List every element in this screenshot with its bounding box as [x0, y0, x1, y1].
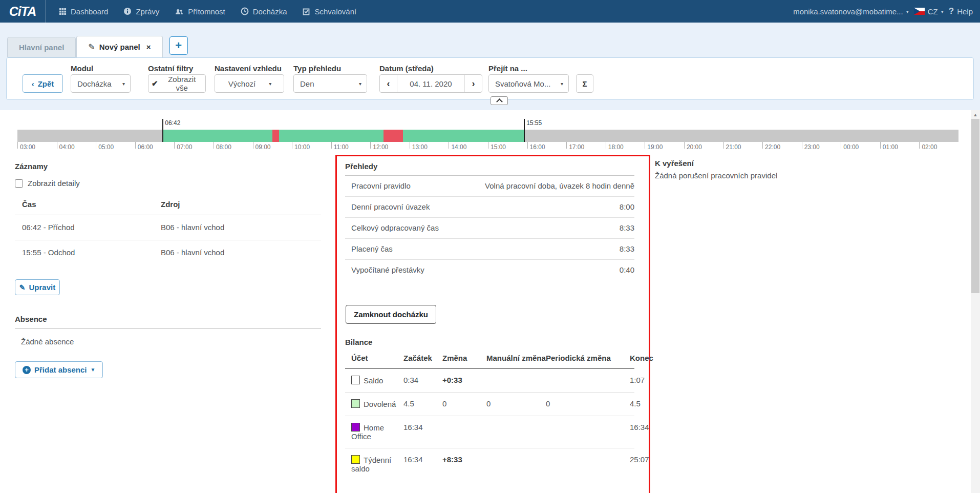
main-content: 06:4215:55 03:0004:0005:0006:0007:0008:0…	[0, 110, 971, 493]
add-tab-button[interactable]: +	[169, 36, 188, 55]
nav-item-docházka[interactable]: Docházka	[241, 7, 287, 16]
timeline-marker-label: 15:55	[526, 119, 542, 127]
app-logo[interactable]: CiTA	[0, 0, 45, 23]
lock-attendance-button[interactable]: Zamknout docházku	[346, 305, 436, 324]
view-type-select[interactable]: Den ▾	[293, 74, 367, 93]
overview-label: Vypočítané přestávky	[351, 265, 424, 274]
language-menu[interactable]: CZ ▾	[914, 7, 944, 16]
show-details-row: Zobrazit detaily	[15, 179, 321, 188]
records-header: Čas Zdroj	[15, 200, 321, 215]
timeline-bar	[17, 130, 958, 142]
nav-item-label: Dashboard	[71, 7, 108, 16]
hour-label: 17:00	[569, 143, 584, 151]
balance-column-header: Začátek	[403, 354, 435, 362]
goto-label: Přejít na ...	[488, 64, 527, 73]
timeline-axis: 03:0004:0005:0006:0007:0008:0009:0010:00…	[17, 142, 958, 155]
modul-label: Modul	[71, 64, 93, 73]
record-row: 15:55 - OdchodB06 - hlavní vchod	[15, 240, 321, 265]
show-details-checkbox[interactable]	[15, 179, 23, 188]
balance-account: Dovolená	[351, 399, 396, 408]
timeline-marker	[524, 119, 525, 142]
tab-novy-panel[interactable]: ✎ Nový panel ×	[76, 36, 162, 57]
issues-column: K vyřešení Žádná porušení pracovních pra…	[655, 159, 839, 180]
nav-item-přítomnost[interactable]: Přítomnost	[175, 7, 225, 16]
tab-label: Hlavní panel	[19, 43, 64, 52]
goto-person-select[interactable]: Svatoňová Mo... ▾	[488, 74, 569, 93]
show-all-button[interactable]: ✔ Zobrazit vše	[148, 74, 206, 93]
next-day-button[interactable]: ›	[465, 75, 482, 92]
balance-end: 1:07	[630, 376, 645, 384]
add-absence-button[interactable]: + Přidat absenci ▼	[15, 361, 103, 378]
hour-tick	[880, 142, 881, 149]
vertical-scrollbar[interactable]: ▲	[971, 110, 980, 493]
back-button[interactable]: ‹ Zpět	[23, 74, 63, 93]
sum-button[interactable]: Σ	[576, 74, 593, 93]
chevron-down-icon: ▾	[941, 9, 944, 14]
hour-label: 03:00	[20, 143, 35, 151]
account-color-swatch	[351, 376, 360, 384]
hour-tick	[566, 142, 567, 149]
collapse-toolbar-button[interactable]	[491, 96, 508, 105]
hour-label: 16:00	[530, 143, 545, 151]
close-tab-icon[interactable]: ×	[146, 43, 151, 51]
tab-hlavni-panel[interactable]: Hlavní panel	[7, 37, 76, 57]
hour-tick	[919, 142, 920, 149]
chevron-up-icon	[496, 98, 503, 105]
hour-label: 23:00	[804, 143, 820, 151]
timeline: 06:4215:55 03:0004:0005:0006:0007:0008:0…	[17, 119, 958, 156]
hour-label: 14:00	[451, 143, 466, 151]
overview-value: Volná pracovní doba, úvazek 8 hodin denn…	[485, 181, 634, 190]
timeline-marker-label: 06:42	[165, 119, 180, 127]
nav-item-label: Docházka	[253, 7, 287, 16]
balance-header: ÚčetZačátekZměnaManuální změnaPeriodická…	[345, 354, 634, 369]
edit-button[interactable]: ✎ Upravit	[15, 279, 60, 295]
record-source: B06 - hlavní vchod	[161, 223, 321, 232]
modul-select[interactable]: Docházka ▾	[71, 74, 131, 93]
records-column: Záznamy Zobrazit detaily Čas Zdroj 06:42…	[15, 162, 321, 378]
hour-tick	[370, 142, 371, 149]
overview-row: Vypočítané přestávky0:40	[345, 259, 634, 280]
hour-label: 21:00	[726, 143, 741, 151]
balance-account: Home Office	[351, 423, 396, 441]
user-menu[interactable]: monika.svatonova@mobatime... ▾	[793, 7, 909, 16]
prev-day-button[interactable]: ‹	[380, 75, 397, 92]
nav-item-zprávy[interactable]: Zprávy	[123, 7, 159, 16]
appearance-select[interactable]: Výchozí ▾	[215, 74, 284, 93]
hour-tick	[449, 142, 449, 149]
account-color-swatch	[351, 423, 360, 432]
overview-label: Celkový odpracovaný čas	[351, 223, 439, 232]
record-row: 06:42 - PříchodB06 - hlavní vchod	[15, 215, 321, 240]
timeline-segment-work	[279, 130, 384, 142]
nav-item-label: Schvalování	[314, 7, 356, 16]
balance-periodic: 0	[546, 399, 623, 408]
date-value[interactable]: 04. 11. 2020	[397, 75, 465, 92]
hour-label: 22:00	[765, 143, 780, 151]
overview-row: Celkový odpracovaný čas8:33	[345, 217, 634, 238]
balance-start: 16:34	[403, 423, 435, 432]
chevron-left-icon: ‹	[32, 79, 34, 88]
overview-value: 8:00	[620, 202, 634, 211]
record-time: 15:55 - Odchod	[22, 248, 161, 257]
balance-column-header: Periodická změna	[546, 354, 623, 362]
hour-tick	[17, 142, 18, 149]
scroll-up-icon[interactable]: ▲	[971, 110, 980, 119]
balance-end: 16:34	[630, 423, 649, 432]
hour-label: 10:00	[294, 143, 310, 151]
grid-icon	[59, 8, 67, 15]
help-link[interactable]: ? Help	[949, 6, 973, 16]
scrollbar-thumb[interactable]	[971, 119, 979, 293]
balance-change: +8:33	[442, 455, 479, 464]
timeline-segment-work	[403, 130, 524, 142]
nav-item-dashboard[interactable]: Dashboard	[59, 7, 108, 16]
balance-row: Dovolená4.50004.5	[345, 392, 634, 416]
nav-item-schvalování[interactable]: Schvalování	[302, 7, 356, 16]
hour-label: 01:00	[883, 143, 898, 151]
other-filters-label: Ostatní filtry	[148, 64, 193, 73]
hour-label: 08:00	[216, 143, 231, 151]
check-icon	[302, 7, 310, 15]
balance-start: 0:34	[403, 376, 435, 384]
show-details-label: Zobrazit detaily	[28, 179, 80, 188]
hour-label: 07:00	[177, 143, 192, 151]
balance-title: Bilance	[345, 338, 634, 346]
hour-tick	[723, 142, 724, 149]
